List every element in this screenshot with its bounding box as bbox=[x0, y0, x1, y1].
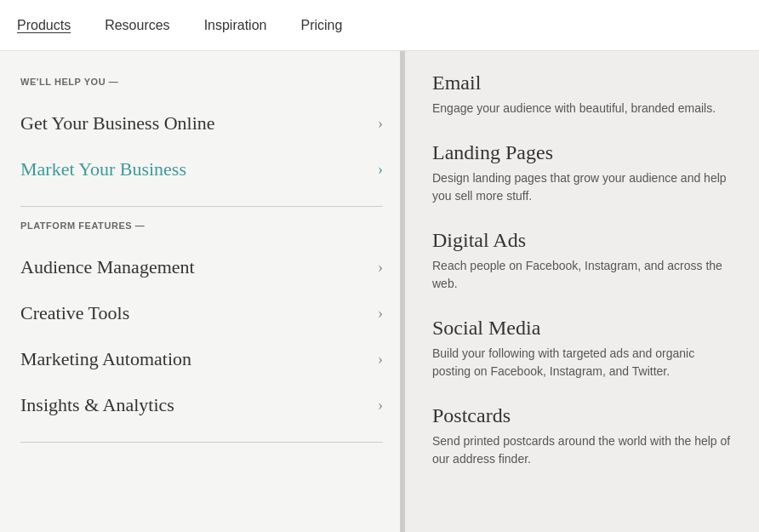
menu-item-text: Audience Management bbox=[20, 256, 195, 278]
section2-label: PLATFORM FEATURES — bbox=[20, 220, 383, 231]
menu-item-get-business-online[interactable]: Get Your Business Online › bbox=[20, 100, 383, 146]
menu-item-insights-analytics[interactable]: Insights & Analytics › bbox=[20, 382, 383, 428]
product-title: Email bbox=[432, 72, 732, 94]
product-digital-ads: Digital Ads Reach people on Facebook, In… bbox=[432, 229, 732, 293]
product-title: Landing Pages bbox=[432, 141, 732, 164]
nav-products[interactable]: Products bbox=[17, 14, 71, 37]
left-panel: WE'LL HELP YOU — Get Your Business Onlin… bbox=[0, 51, 400, 532]
menu-item-text: Creative Tools bbox=[20, 302, 129, 324]
nav-pricing[interactable]: Pricing bbox=[300, 14, 342, 37]
product-desc: Reach people on Facebook, Instagram, and… bbox=[432, 257, 732, 293]
product-postcards: Postcards Send printed postcards around … bbox=[432, 404, 732, 468]
product-title: Postcards bbox=[432, 404, 732, 427]
menu-item-audience-management[interactable]: Audience Management › bbox=[20, 244, 383, 290]
product-desc: Design landing pages that grow your audi… bbox=[432, 169, 732, 205]
chevron-right-icon: › bbox=[378, 397, 383, 415]
menu-item-market-business[interactable]: Market Your Business › bbox=[20, 146, 383, 192]
main-content: WE'LL HELP YOU — Get Your Business Onlin… bbox=[0, 51, 759, 532]
nav-bar: Products Resources Inspiration Pricing bbox=[0, 0, 759, 51]
product-desc: Engage your audience with beautiful, bra… bbox=[432, 100, 732, 117]
divider-2 bbox=[20, 442, 383, 443]
right-panel: Email Engage your audience with beautifu… bbox=[400, 51, 759, 532]
chevron-right-icon: › bbox=[378, 115, 383, 133]
product-desc: Send printed postcards around the world … bbox=[432, 432, 732, 468]
menu-item-marketing-automation[interactable]: Marketing Automation › bbox=[20, 336, 383, 382]
product-desc: Build your following with targeted ads a… bbox=[432, 345, 732, 380]
menu-item-text: Get Your Business Online bbox=[20, 112, 215, 134]
nav-resources[interactable]: Resources bbox=[105, 14, 169, 37]
product-title: Digital Ads bbox=[432, 229, 732, 252]
product-social-media: Social Media Build your following with t… bbox=[432, 317, 732, 380]
nav-inspiration[interactable]: Inspiration bbox=[204, 14, 267, 37]
chevron-right-icon: › bbox=[378, 305, 383, 323]
chevron-right-teal-icon: › bbox=[378, 161, 383, 179]
section1-label: WE'LL HELP YOU — bbox=[20, 77, 383, 87]
product-email: Email Engage your audience with beautifu… bbox=[432, 72, 732, 117]
divider-1 bbox=[20, 206, 383, 207]
chevron-right-icon: › bbox=[378, 259, 383, 277]
product-landing-pages: Landing Pages Design landing pages that … bbox=[432, 141, 732, 205]
menu-item-text: Insights & Analytics bbox=[20, 394, 174, 416]
menu-item-text-teal: Market Your Business bbox=[20, 158, 186, 180]
menu-item-creative-tools[interactable]: Creative Tools › bbox=[20, 290, 383, 336]
product-title: Social Media bbox=[432, 317, 732, 340]
chevron-right-icon: › bbox=[378, 351, 383, 369]
menu-item-text: Marketing Automation bbox=[20, 348, 191, 370]
